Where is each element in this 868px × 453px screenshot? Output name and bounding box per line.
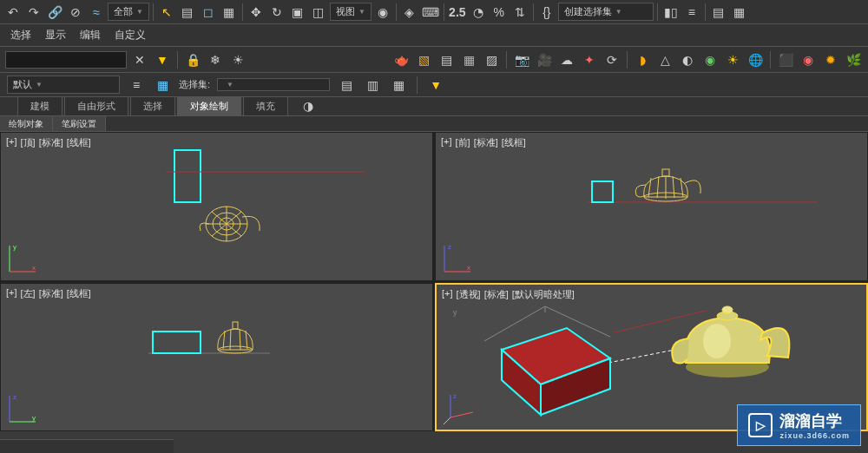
vp-left-label[interactable]: [+] [左] [标准] [线框]	[6, 287, 91, 300]
material-editor-icon[interactable]: ▦	[459, 50, 478, 69]
unfreeze-icon[interactable]: ☀	[228, 50, 247, 69]
ss-sub-icon[interactable]: ▥	[363, 76, 382, 95]
funnel-icon[interactable]: ▼	[426, 76, 445, 95]
select-manipulate-icon[interactable]: ◈	[400, 3, 419, 22]
align-icon[interactable]: ≡	[682, 3, 701, 22]
viewport-left[interactable]: [+] [左] [标准] [线框] zy	[0, 283, 433, 432]
viewport-top[interactable]: [+] [顶] [标准] [线框] yx	[0, 132, 433, 281]
move-icon[interactable]: ✥	[247, 3, 266, 22]
select-cursor-icon[interactable]: ↖	[157, 3, 176, 22]
sun-icon[interactable]: ☀	[723, 50, 742, 69]
spinner-snap-icon[interactable]: ⇅	[510, 3, 529, 22]
env-icon[interactable]: ☁	[557, 50, 576, 69]
explode-icon[interactable]: ✹	[821, 50, 840, 69]
ss-edit-icon[interactable]: ▦	[389, 76, 408, 95]
sub-paintobj[interactable]: 绘制对象	[0, 116, 53, 131]
selection-filter-dropdown[interactable]: 全部 ▼	[108, 3, 149, 21]
svg-rect-33	[233, 322, 238, 329]
motion-icon[interactable]: ⟳	[602, 50, 621, 69]
keyboard-shortcuts-icon[interactable]: ⌨	[421, 3, 440, 22]
window-cross-icon[interactable]: ▦	[220, 3, 239, 22]
tab-select[interactable]: 选择	[130, 96, 175, 115]
slate-mat-icon[interactable]: ▨	[482, 50, 501, 69]
tab-objpaint[interactable]: 对象绘制	[177, 96, 241, 115]
tab-toggle-icon[interactable]: ◑	[299, 96, 318, 115]
select-name-icon[interactable]: ▤	[178, 3, 197, 22]
freeze-icon[interactable]: ❄	[206, 50, 225, 69]
placement-icon[interactable]: ◫	[309, 3, 328, 22]
vp-persp-label[interactable]: [+] [透视] [标准] [默认明暗处理]	[442, 288, 575, 301]
menu-select[interactable]: 选择	[10, 28, 31, 43]
vp-top-label[interactable]: [+] [顶] [标准] [线框]	[6, 136, 91, 149]
refcoord-dropdown[interactable]: 视图 ▼	[330, 3, 372, 21]
selset-static-label: 选择集:	[179, 78, 210, 91]
svg-rect-21	[662, 169, 669, 176]
chevron-down-icon: ▼	[615, 8, 622, 16]
vp-front-label[interactable]: [+] [前] [标准] [线框]	[441, 136, 526, 149]
select-rect-icon[interactable]: ◻	[199, 3, 218, 22]
watermark-title: 溜溜自学	[779, 410, 850, 431]
ss-add-icon[interactable]: ▤	[337, 76, 356, 95]
axis-gizmo: zy	[6, 391, 41, 425]
particle-icon[interactable]: ✦	[580, 50, 599, 69]
svg-rect-0	[174, 150, 201, 202]
portal-icon[interactable]: ⬛	[776, 50, 795, 69]
unlink-icon[interactable]: ⊘	[66, 3, 85, 22]
scale-icon[interactable]: ▣	[288, 3, 307, 22]
layer-manage-icon[interactable]: ▦	[153, 76, 172, 95]
sub-brush[interactable]: 笔刷设置	[53, 116, 106, 131]
filter-icon[interactable]: ▼	[153, 50, 172, 69]
statusbar	[0, 439, 174, 453]
clear-icon[interactable]: ✕	[130, 50, 149, 69]
link-icon[interactable]: 🔗	[45, 3, 64, 22]
selset-dropdown[interactable]: ▼	[217, 78, 330, 91]
lock-icon[interactable]: 🔒	[183, 50, 202, 69]
main-toolbar: ↶ ↷ 🔗 ⊘ ≈ 全部 ▼ ↖ ▤ ◻ ▦ ✥ ↻ ▣ ◫ 视图 ▼ ◉ ◈ …	[0, 0, 868, 24]
pivot-icon[interactable]: ◉	[373, 3, 392, 22]
bind-icon[interactable]: ≈	[87, 3, 106, 22]
tab-fill[interactable]: 填充	[243, 96, 288, 115]
snap-icon[interactable]: 2.5	[448, 3, 467, 22]
named-selection-dropdown[interactable]: 创建选择集 ▼	[558, 3, 654, 21]
svg-line-19	[673, 176, 674, 198]
layer-dropdown[interactable]: 默认 ▼	[7, 76, 120, 94]
layer-label: 默认	[13, 78, 32, 91]
viewport-grid: [+] [顶] [标准] [线框] yx	[0, 132, 868, 431]
render-setup-icon[interactable]: ▧	[414, 50, 433, 69]
fire-icon[interactable]: ◉	[799, 50, 818, 69]
geo-icon[interactable]: ◉	[700, 50, 720, 69]
svg-text:y: y	[32, 414, 36, 422]
layers-icon[interactable]: ▤	[709, 3, 728, 22]
svg-text:z: z	[13, 393, 16, 401]
undo-icon[interactable]: ↶	[3, 3, 23, 22]
redo-icon[interactable]: ↷	[24, 3, 43, 22]
teapot-render-icon[interactable]: 🫖	[391, 50, 411, 69]
layer-row: 默认 ▼ ≡ ▦ 选择集: ▼ ▤ ▥ ▦ ▼	[0, 73, 868, 97]
layer-stack-icon[interactable]: ≡	[127, 76, 146, 95]
chevron-down-icon: ▼	[227, 81, 233, 89]
percent-snap-icon[interactable]: %	[490, 3, 509, 22]
menu-edit[interactable]: 编辑	[80, 28, 101, 43]
camera-icon[interactable]: 📷	[512, 50, 531, 69]
chevron-down-icon: ▼	[358, 8, 365, 16]
cone-icon[interactable]: △	[655, 50, 674, 69]
mirror-icon[interactable]: ▮▯	[661, 3, 681, 22]
menu-display[interactable]: 显示	[45, 28, 66, 43]
render-frame-icon[interactable]: ▤	[437, 50, 456, 69]
dome-icon[interactable]: ◗	[633, 50, 652, 69]
viewport-front[interactable]: [+] [前] [标准] [线框] zx	[435, 132, 868, 281]
angle-snap-icon[interactable]: ◔	[469, 3, 488, 22]
rotate-icon[interactable]: ↻	[267, 3, 286, 22]
menu-custom[interactable]: 自定义	[115, 28, 146, 43]
globe-icon[interactable]: 🌐	[746, 50, 765, 69]
tab-modeling[interactable]: 建模	[17, 96, 62, 115]
axis-gizmo: yx	[6, 240, 41, 275]
curve-editor-icon[interactable]: ▦	[730, 3, 749, 22]
tab-freeform[interactable]: 自由形式	[64, 96, 128, 115]
camera-setup-icon[interactable]: 🎥	[535, 50, 554, 69]
grass-icon[interactable]: 🌿	[844, 50, 863, 69]
sphere-icon[interactable]: ◐	[678, 50, 697, 69]
ribbon-tabs: 建模 自由形式 选择 对象绘制 填充 ◑	[0, 97, 868, 116]
search-input[interactable]	[5, 51, 127, 69]
edit-named-sel-icon[interactable]: {}	[537, 3, 556, 22]
